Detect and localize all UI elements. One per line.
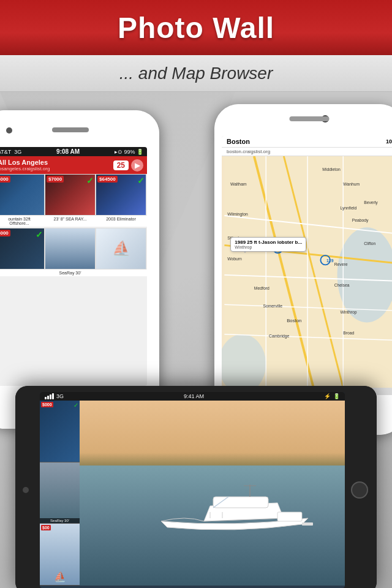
photo-item-1[interactable]: $000 bbox=[0, 174, 45, 216]
listing-count: 25 bbox=[113, 160, 129, 170]
subtitle-bar: ... and Map Browser bbox=[0, 55, 392, 92]
svg-text:Boston: Boston bbox=[287, 318, 301, 323]
tooltip-location: Winthrop bbox=[235, 245, 302, 249]
svg-text:Somerville: Somerville bbox=[263, 304, 282, 308]
svg-rect-43 bbox=[302, 522, 313, 526]
price-4: $000 bbox=[0, 230, 10, 236]
photo-item-3[interactable]: $64500 ✓ bbox=[96, 174, 146, 216]
ipad-home-btn[interactable] bbox=[351, 481, 368, 499]
svg-text:Clifton: Clifton bbox=[364, 241, 375, 246]
map-screen: Boston 10 boston.craigslist.org bbox=[222, 136, 392, 395]
app-header: Photo Wall bbox=[0, 0, 392, 55]
ipad-status-bar: 3G 9:41 AM ⚡ 🔋 bbox=[40, 392, 345, 401]
price-1: $000 bbox=[0, 176, 10, 183]
map-canvas: 95 129 Boston Waltham Middleton Wanhum B… bbox=[222, 156, 392, 388]
label-row-2: SeaRay 30' bbox=[0, 270, 147, 276]
strip-price-3: $00 bbox=[41, 525, 51, 530]
subtitle-text: ... and Map Browser bbox=[119, 64, 273, 83]
map-background: 95 129 Boston Waltham Middleton Wanhum B… bbox=[222, 156, 392, 388]
svg-text:Wanhum: Wanhum bbox=[343, 182, 360, 186]
check-4: ✓ bbox=[36, 230, 43, 239]
map-url-bar: boston.craigslist.org bbox=[222, 148, 392, 156]
map-status-bar: Boston 10 bbox=[222, 136, 392, 148]
strip-item-3[interactable]: ⛵ $00 bbox=[40, 524, 80, 586]
devices-area: AT&T 3G 9:08 AM ▸⊙ 99% 🔋 All Los Angeles… bbox=[0, 92, 392, 588]
network-type: 3G bbox=[56, 393, 64, 399]
svg-text:Chelsea: Chelsea bbox=[334, 283, 350, 287]
tooltip-title: 1989 25 ft t-Jason lobster b... bbox=[235, 239, 302, 245]
label-4 bbox=[0, 270, 45, 276]
svg-text:Middleton: Middleton bbox=[322, 167, 341, 172]
label-row-1: ountain 32ftOffshore... 23' 8" SEA RAY..… bbox=[0, 216, 147, 227]
next-button[interactable]: ▶ bbox=[131, 159, 143, 172]
check-3: ✓ bbox=[137, 176, 145, 186]
svg-text:Beverly: Beverly bbox=[364, 200, 378, 205]
ipad-time: 9:41 AM bbox=[184, 393, 204, 399]
ipad-screen: 3G 9:41 AM ⚡ 🔋 $000 ✓ bbox=[40, 392, 345, 588]
iphone-left-app-header: All Los Angeles losangeles.craigslist.or… bbox=[0, 156, 147, 174]
label-1: ountain 32ftOffshore... bbox=[0, 216, 45, 227]
boat-silhouette bbox=[155, 478, 314, 540]
iphone-left-camera bbox=[6, 127, 12, 134]
label-6 bbox=[96, 270, 146, 276]
label-2: 23' 8" SEA RAY... bbox=[45, 216, 96, 227]
battery-display: ▸⊙ 99% 🔋 bbox=[115, 149, 143, 155]
map-count: 10 bbox=[386, 138, 392, 145]
svg-text:Medford: Medford bbox=[254, 286, 270, 290]
label-3: 2003 Eliminator bbox=[96, 216, 146, 227]
ipad-camera bbox=[23, 487, 29, 493]
iphone-right: Boston 10 boston.craigslist.org bbox=[214, 104, 392, 435]
strip-check-1: ✓ bbox=[74, 402, 78, 409]
svg-text:Waltham: Waltham bbox=[230, 182, 247, 186]
svg-text:Cambridge: Cambridge bbox=[269, 334, 289, 339]
photo-item-5[interactable] bbox=[45, 228, 96, 270]
location-url: losangeles.craigslist.org bbox=[0, 166, 50, 172]
bluetooth-icon: ⚡ bbox=[324, 393, 331, 399]
iphone-left-status-bar: AT&T 3G 9:08 AM ▸⊙ 99% 🔋 bbox=[0, 147, 147, 156]
battery-icon: 🔋 bbox=[333, 393, 340, 399]
label-5: SeaRay 30' bbox=[45, 270, 96, 276]
strip-item-1[interactable]: $000 ✓ bbox=[40, 401, 80, 462]
signal-bars bbox=[45, 393, 54, 399]
price-2: $7000 bbox=[47, 176, 64, 183]
carrier-text: AT&T 3G bbox=[0, 149, 21, 155]
iphone-left-screen: AT&T 3G 9:08 AM ▸⊙ 99% 🔋 All Los Angeles… bbox=[0, 147, 147, 386]
photo-item-2[interactable]: $7000 ✓ bbox=[45, 174, 96, 216]
ipad-photo-strip: $000 ✓ SeaRay 30' ⛵ $00 bbox=[40, 401, 80, 586]
svg-text:129: 129 bbox=[326, 258, 334, 263]
svg-text:Woburn: Woburn bbox=[227, 257, 242, 261]
ipad-boat-view: $000 ✓ SeaRay 30' ⛵ $00 bbox=[40, 401, 345, 586]
map-svg: 95 129 Boston Waltham Middleton Wanhum B… bbox=[222, 156, 392, 388]
iphone-left-speaker bbox=[52, 127, 89, 132]
iphone-right-screen: Boston 10 boston.craigslist.org bbox=[222, 136, 392, 395]
price-3: $64500 bbox=[97, 176, 118, 183]
photo-item-4[interactable]: $000 ✓ bbox=[0, 228, 45, 270]
svg-text:Broad: Broad bbox=[343, 331, 354, 335]
svg-text:Revere: Revere bbox=[334, 262, 348, 266]
time-display: 9:08 AM bbox=[56, 148, 80, 155]
photo-row-1: $000 $7000 ✓ $64500 ✓ bbox=[0, 174, 147, 216]
check-2: ✓ bbox=[86, 176, 94, 186]
iphone-right-speaker bbox=[290, 116, 330, 121]
photo-item-6[interactable]: ⛵ bbox=[96, 228, 146, 270]
svg-text:Peabody: Peabody bbox=[352, 218, 369, 223]
map-tooltip: 1989 25 ft t-Jason lobster b... Winthrop bbox=[230, 237, 306, 252]
svg-rect-38 bbox=[277, 512, 302, 521]
svg-text:Winthrop: Winthrop bbox=[340, 310, 356, 315]
svg-text:Wilmington: Wilmington bbox=[227, 212, 248, 217]
boat-scene bbox=[40, 401, 345, 586]
photo-row-2: $000 ✓ ⛵ bbox=[0, 228, 147, 270]
strip-item-2[interactable]: SeaRay 30' bbox=[40, 462, 80, 524]
ipad-device: 3G 9:41 AM ⚡ 🔋 $000 ✓ bbox=[15, 386, 377, 588]
app-title: Photo Wall bbox=[118, 11, 274, 45]
location-text: All Los Angeles bbox=[0, 159, 50, 166]
map-city: Boston bbox=[227, 138, 250, 145]
strip-label-2: SeaRay 30' bbox=[40, 518, 80, 523]
iphone-left: AT&T 3G 9:08 AM ▸⊙ 99% 🔋 All Los Angeles… bbox=[0, 110, 159, 429]
svg-text:Lynnfield: Lynnfield bbox=[340, 206, 356, 211]
strip-price-1: $000 bbox=[41, 402, 53, 407]
